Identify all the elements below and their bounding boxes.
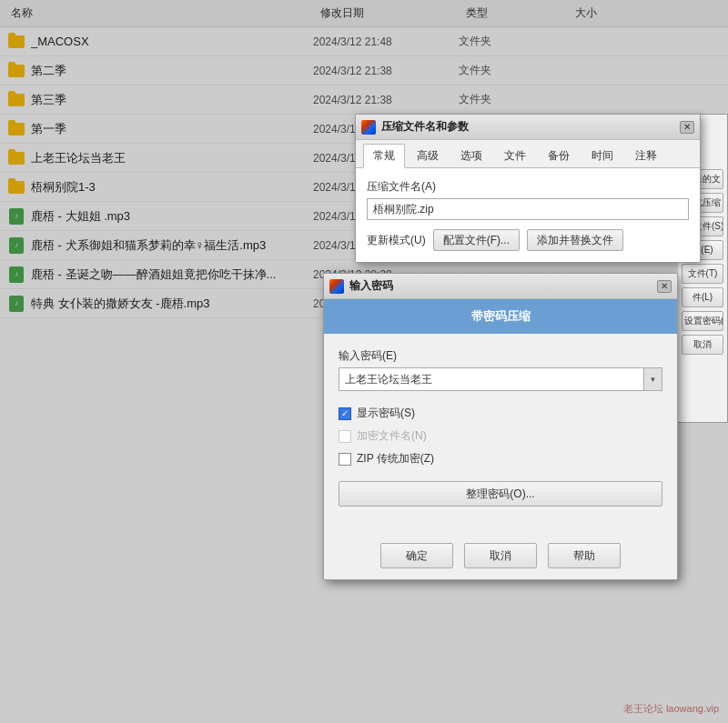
- pwd-footer: 确定 取消 帮助: [324, 536, 677, 579]
- zip-traditional-label: ZIP 传统加密(Z): [357, 451, 434, 467]
- pwd-titlebar: 输入密码 ✕: [324, 274, 677, 299]
- encrypt-filename-label: 加密文件名(N): [357, 428, 427, 444]
- show-password-label: 显示密码(S): [357, 406, 415, 421]
- pwd-dropdown-arrow[interactable]: ▼: [643, 368, 662, 390]
- pwd-help-btn[interactable]: 帮助: [548, 543, 621, 568]
- pwd-cancel-btn[interactable]: 取消: [464, 543, 537, 568]
- compress-tab-注释[interactable]: 注释: [625, 144, 667, 167]
- filename-input[interactable]: [367, 198, 689, 220]
- pwd-input[interactable]: [339, 368, 643, 390]
- compress-tab-高级[interactable]: 高级: [407, 144, 449, 167]
- pwd-checkbox-row-2: 加密文件名(N): [339, 428, 662, 444]
- compress-tab-时间[interactable]: 时间: [581, 144, 623, 167]
- filename-label: 压缩文件名(A): [367, 179, 689, 195]
- zip-traditional-checkbox[interactable]: [339, 453, 351, 466]
- compress-dialog-tabs: 常规高级选项文件备份时间注释: [356, 140, 700, 168]
- pwd-checkbox-row-1: 显示密码(S): [339, 406, 662, 421]
- compress-dialog-content: 压缩文件名(A) 更新模式(U) 配置文件(F)... 添加并替换文件: [356, 168, 700, 262]
- right-panel-btn[interactable]: 设置密码(: [682, 311, 723, 331]
- pwd-body: 输入密码(E) ▼ 显示密码(S) 加密文件名(N) ZIP 传统加密(Z) 整…: [324, 334, 677, 536]
- config-file-btn[interactable]: 配置文件(F)...: [433, 229, 520, 251]
- update-section: 更新模式(U) 配置文件(F)... 添加并替换文件: [367, 229, 689, 251]
- organize-password-btn[interactable]: 整理密码(O)...: [339, 481, 662, 507]
- encrypt-filename-checkbox[interactable]: [339, 430, 351, 443]
- compress-dialog-icon: [361, 120, 376, 135]
- pwd-field-label: 输入密码(E): [339, 348, 662, 364]
- update-label: 更新模式(U): [367, 233, 426, 248]
- pwd-input-wrapper: ▼: [339, 367, 662, 391]
- compress-dialog-title: 压缩文件名和参数: [381, 119, 680, 135]
- add-replace-btn[interactable]: 添加并替换文件: [527, 229, 623, 251]
- show-password-checkbox[interactable]: [339, 407, 351, 420]
- pwd-dialog-close[interactable]: ✕: [657, 280, 672, 293]
- right-panel-btn[interactable]: 件(L): [682, 287, 723, 307]
- pwd-dialog-title: 输入密码: [349, 278, 657, 294]
- pwd-checkboxes: 显示密码(S) 加密文件名(N) ZIP 传统加密(Z): [339, 406, 662, 467]
- compress-dialog: 压缩文件名和参数 ✕ 常规高级选项文件备份时间注释 压缩文件名(A) 更新模式(…: [355, 114, 701, 263]
- compress-tab-常规[interactable]: 常规: [363, 144, 405, 168]
- pwd-confirm-btn[interactable]: 确定: [380, 543, 453, 568]
- pwd-header-bar: 带密码压缩: [324, 299, 677, 334]
- right-panel-btn[interactable]: 文件(T): [682, 264, 723, 284]
- pwd-header-text: 带密码压缩: [471, 309, 531, 323]
- pwd-checkbox-row-3: ZIP 传统加密(Z): [339, 451, 662, 467]
- password-dialog: 输入密码 ✕ 带密码压缩 输入密码(E) ▼ 显示密码(S) 加密文件名(N) …: [323, 273, 678, 580]
- compress-dialog-close[interactable]: ✕: [680, 121, 694, 134]
- compress-tab-选项[interactable]: 选项: [450, 144, 492, 167]
- compress-tab-备份[interactable]: 备份: [538, 144, 580, 167]
- pwd-dialog-icon: [329, 279, 344, 294]
- compress-tab-文件[interactable]: 文件: [494, 144, 536, 167]
- right-panel-btn[interactable]: 取消: [682, 335, 723, 355]
- compress-dialog-titlebar: 压缩文件名和参数 ✕: [356, 115, 700, 140]
